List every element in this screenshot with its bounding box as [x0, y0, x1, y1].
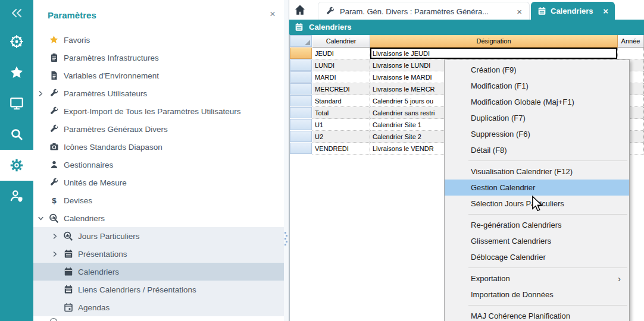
helm-icon — [9, 34, 24, 49]
sidebar-item-agendas[interactable]: Agendas — [33, 298, 284, 316]
calendar-icon — [295, 23, 304, 32]
rail-item-search[interactable] — [0, 119, 33, 150]
sidebar-close-icon[interactable]: × — [270, 9, 276, 19]
calendriers-toolbar: Calendriers — [289, 20, 644, 34]
cell-calendrier[interactable]: Total — [312, 107, 370, 119]
chevron-right-icon[interactable] — [52, 251, 63, 257]
menu-item-label: Visualisation Calendrier (F12) — [471, 167, 573, 176]
cell-calendrier[interactable]: U2 — [312, 131, 370, 143]
tab-label: Param. Gén. Divers : Paramètres Généra..… — [340, 7, 489, 16]
menu-item-exportation[interactable]: Exportation› — [445, 270, 629, 287]
rail-item-user-admin[interactable] — [0, 181, 33, 212]
app-window: { "colors":{"teal":"#2196a3","menu_highl… — [0, 0, 644, 321]
sidebar-item-label: Export-Import de Tous les Paramètres Uti… — [64, 107, 241, 116]
menu-item-modification-globale-maj-f1[interactable]: Modification Globale (Maj+F1) — [445, 94, 629, 110]
tab-close-icon[interactable]: × — [603, 6, 608, 16]
cell-calendrier[interactable]: VENDREDI — [312, 143, 370, 155]
wrench-icon — [49, 178, 59, 188]
sidebar-item-label: Devises — [64, 196, 92, 205]
sidebar-item-param-tres-g-n-raux-divers[interactable]: Paramètres Généraux Divers — [33, 120, 284, 138]
rail-item-collapse[interactable] — [0, 0, 33, 26]
menu-item-importation-de-donn-es[interactable]: Importation de Données — [445, 287, 629, 303]
row-selector[interactable] — [290, 95, 312, 107]
sidebar-item-liens-calendriers-pr-sentations[interactable]: Liens Calendriers / Présentations — [33, 281, 284, 298]
rail-item-modules[interactable] — [0, 26, 33, 57]
dollar-icon: $ — [49, 196, 59, 206]
user-shield-icon — [9, 188, 24, 204]
row-selector[interactable] — [290, 48, 312, 59]
menu-item-suppression-f6[interactable]: Suppression (F6) — [445, 126, 629, 142]
menu-item-cr-ation-f9[interactable]: Création (F9) — [445, 62, 629, 78]
document-icon — [49, 71, 59, 81]
cell-calendrier[interactable]: Standard — [312, 95, 370, 107]
cell-calendrier[interactable]: MERCREDI — [312, 83, 370, 95]
sidebar-header: Paramètres × — [33, 0, 284, 30]
menu-item-modification-f1[interactable]: Modification (F1) — [445, 78, 629, 94]
cell-calendrier[interactable]: LUNDI — [312, 59, 370, 71]
menu-item-visualisation-calendrier-f12[interactable]: Visualisation Calendrier (F12) — [445, 163, 629, 180]
menu-item-re-g-n-ration-calendriers[interactable]: Re-génération Calendriers — [445, 217, 629, 233]
sidebar-item-pr-sentations[interactable]: Présentations — [33, 245, 284, 263]
chevron-down-icon[interactable] — [38, 216, 49, 221]
magnifier-icon — [10, 127, 24, 141]
sidebar-item-label: Gestionnaires — [64, 160, 113, 169]
sidebar-item-calendriers[interactable]: Calendriers — [33, 209, 284, 227]
sidebar-item-gestionnaires[interactable]: Gestionnaires — [33, 156, 284, 174]
column-header-annee[interactable]: Année — [618, 35, 644, 48]
sidebar-item-label: Calendriers — [78, 268, 119, 276]
row-selector[interactable] — [290, 143, 312, 155]
home-icon[interactable] — [294, 4, 307, 16]
cell-designation[interactable]: Livraisons le JEUDI — [370, 48, 618, 59]
menu-item-d-blocage-calendrier[interactable]: Déblocage Calendrier — [445, 249, 629, 265]
toolbar-title: Calendriers — [309, 23, 352, 32]
menu-separator — [445, 303, 629, 308]
row-selector[interactable] — [290, 119, 312, 131]
sidebar-splitter[interactable] — [284, 0, 289, 321]
sidebar-parametres: Paramètres × FavorisParamètres Infrastru… — [33, 0, 284, 321]
sidebar-item-label: Agendas — [78, 303, 110, 312]
rail-item-favorites[interactable] — [0, 57, 33, 88]
cell-calendrier[interactable]: JEUDI — [312, 48, 370, 59]
cell-calendrier[interactable]: U1 — [312, 119, 370, 131]
menu-item-d-tail-f8[interactable]: Détail (F8) — [445, 142, 629, 158]
sidebar-item-devises[interactable]: $Devises — [33, 191, 284, 209]
menu-item-gestion-calendrier[interactable]: Gestion Calendrier — [445, 180, 629, 196]
menu-item-glissement-calendriers[interactable]: Glissement Calendriers — [445, 233, 629, 249]
row-selector[interactable] — [290, 83, 312, 95]
sidebar-item-export-import-de-tous-les-param-tres-utilisateurs[interactable]: Export-Import de Tous les Paramètres Uti… — [33, 102, 284, 120]
menu-item-maj-coh-rence-planification[interactable]: MAJ Cohérence Planification — [445, 308, 629, 321]
row-selector[interactable] — [290, 59, 312, 71]
tab-calendriers[interactable]: Calendriers × — [531, 2, 615, 20]
column-header-calendrier[interactable]: Calendrier — [312, 35, 370, 48]
menu-item-label: Création (F9) — [471, 65, 517, 74]
row-selector[interactable] — [290, 107, 312, 119]
sidebar-item-jours-particuliers[interactable]: Jours Particuliers — [33, 227, 284, 245]
calendar-dot-icon — [63, 303, 73, 313]
tab-close-icon[interactable]: × — [517, 7, 522, 17]
column-header-designation[interactable]: Désignation — [370, 35, 618, 48]
submenu-arrow-icon: › — [618, 273, 624, 284]
sidebar-item-unit-s-de-mesure[interactable]: Unités de Mesure — [33, 174, 284, 191]
menu-item-s-lection-jours-particuliers[interactable]: Sélection Jours Particuliers — [445, 196, 629, 212]
sidebar-item-label: Présentations — [78, 250, 127, 259]
chevron-right-icon[interactable] — [52, 234, 63, 239]
cell-annee[interactable] — [618, 48, 644, 59]
grid-corner-cell[interactable] — [290, 35, 312, 48]
person-icon — [49, 160, 59, 170]
sidebar-item-ic-nes-standards-diapason[interactable]: Icônes Standards Diapason — [33, 138, 284, 156]
star-yellow-icon — [49, 35, 59, 45]
svg-text:$: $ — [52, 196, 57, 205]
cell-calendrier[interactable]: MARDI — [312, 71, 370, 83]
row-selector[interactable] — [290, 131, 312, 143]
sidebar-item-param-tres-utilisateurs[interactable]: Paramètres Utilisateurs — [33, 84, 284, 102]
row-selector[interactable] — [290, 71, 312, 83]
chevron-right-icon[interactable] — [38, 91, 49, 96]
tab-param-gen-divers[interactable]: Param. Gén. Divers : Paramètres Généra..… — [318, 2, 530, 20]
sidebar-item-param-tres-infrastructures[interactable]: Paramètres Infrastructures — [33, 49, 284, 67]
sidebar-item-calendriers[interactable]: Calendriers — [33, 263, 284, 281]
rail-item-workstation[interactable] — [0, 88, 33, 119]
sidebar-item-favoris[interactable]: Favoris — [33, 31, 284, 49]
rail-item-settings[interactable] — [0, 150, 33, 181]
sidebar-item-variables-d-environnement[interactable]: Variables d'Environnement — [33, 67, 284, 84]
menu-item-duplication-f7[interactable]: Duplication (F7) — [445, 110, 629, 126]
